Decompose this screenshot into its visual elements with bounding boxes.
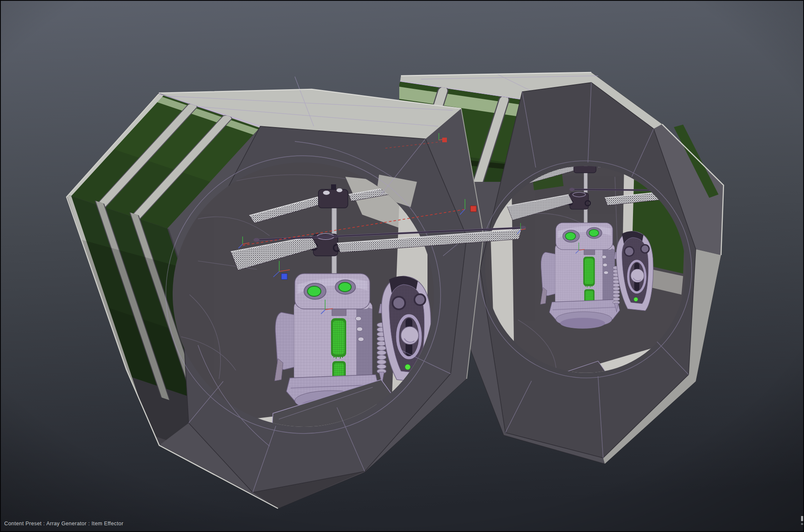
- viewport-canvas[interactable]: Content Preset : Array Generator : Item …: [0, 0, 804, 532]
- status-bar-text: Content Preset : Array Generator : Item …: [4, 521, 123, 527]
- vignette: [0, 0, 804, 532]
- edge-handle-tick[interactable]: [801, 516, 803, 521]
- viewport-3d[interactable]: Content Preset : Array Generator : Item …: [0, 0, 804, 532]
- edge-handle-tick[interactable]: [801, 523, 803, 525]
